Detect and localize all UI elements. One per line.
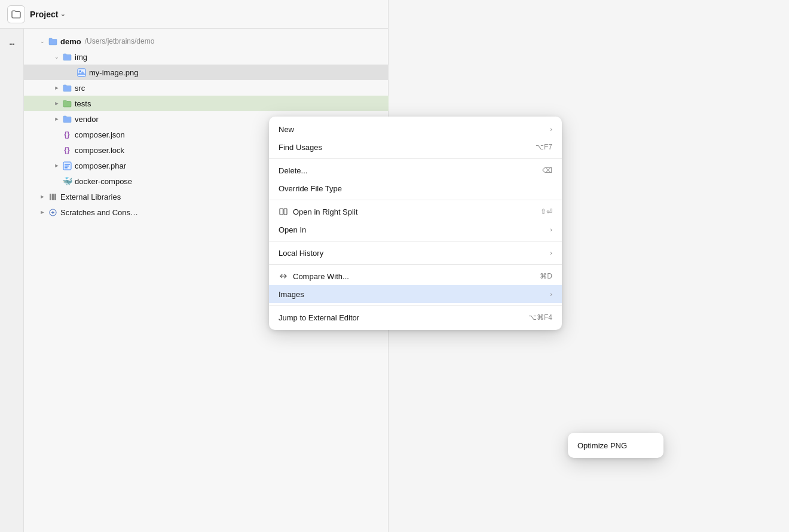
docker-icon: 🐳 bbox=[62, 176, 72, 186]
menu-label-new: New bbox=[279, 125, 294, 134]
menu-arrow-new: › bbox=[550, 126, 552, 133]
tree-label-vendor: vendor bbox=[75, 115, 99, 124]
split-icon bbox=[279, 207, 288, 216]
menu-label-override-type: Override File Type bbox=[279, 184, 342, 193]
menu-item-left-split: Open in Right Split bbox=[279, 207, 357, 216]
menu-item-images[interactable]: Images › bbox=[269, 285, 562, 303]
menu-label-find-usages: Find Usages bbox=[279, 143, 322, 152]
submenu-label-optimize-png: Optimize PNG bbox=[577, 441, 627, 450]
tree-item-tests[interactable]: ► tests bbox=[24, 96, 389, 111]
submenu-images: Optimize PNG bbox=[568, 433, 663, 458]
menu-arrow-images: › bbox=[550, 291, 552, 298]
svg-point-10 bbox=[52, 212, 54, 213]
folder-icon-button[interactable] bbox=[7, 5, 25, 23]
tree-label-tests: tests bbox=[75, 99, 91, 108]
tree-label-composer-phar: composer.phar bbox=[75, 161, 126, 170]
scratches-icon bbox=[48, 207, 57, 217]
menu-shortcut-delete: ⌫ bbox=[542, 166, 552, 175]
menu-shortcut-jump-external: ⌥⌘F4 bbox=[528, 313, 552, 322]
svg-rect-4 bbox=[65, 166, 69, 167]
menu-item-left-compare: Compare With... bbox=[279, 271, 349, 281]
svg-rect-11 bbox=[280, 209, 283, 215]
tree-label-img: img bbox=[75, 53, 87, 62]
menu-label-images: Images bbox=[279, 290, 304, 299]
project-title[interactable]: Project ⌄ bbox=[30, 10, 65, 19]
svg-rect-5 bbox=[65, 167, 68, 169]
menu-sep-5 bbox=[269, 305, 562, 306]
tree-arrow-img: ⌄ bbox=[53, 53, 61, 61]
tree-label-src: src bbox=[75, 84, 85, 93]
folder-icon-tests bbox=[62, 99, 72, 108]
tree-arrow-tests: ► bbox=[53, 99, 61, 108]
tree-path-demo: /Users/jetbrains/demo bbox=[85, 37, 155, 45]
svg-rect-3 bbox=[65, 164, 70, 165]
menu-label-jump-external: Jump to External Editor bbox=[279, 313, 359, 322]
tree-label-docker: docker-compose bbox=[75, 177, 132, 186]
folder-icon-vendor bbox=[62, 114, 72, 124]
submenu-item-optimize-png[interactable]: Optimize PNG bbox=[568, 436, 663, 454]
tree-item-my-image[interactable]: ► my-image.png bbox=[24, 65, 389, 80]
compare-icon bbox=[279, 271, 288, 281]
tree-arrow-ext: ► bbox=[38, 192, 47, 201]
menu-sep-2 bbox=[269, 200, 562, 200]
folder-icon-img bbox=[62, 52, 72, 62]
menu-label-local-history: Local History bbox=[279, 249, 323, 258]
menu-sep-1 bbox=[269, 158, 562, 159]
tree-label-my-image: my-image.png bbox=[89, 68, 138, 77]
tree-arrow-phar: ► bbox=[53, 161, 61, 170]
svg-rect-7 bbox=[52, 194, 54, 200]
menu-label-open-right-split: Open in Right Split bbox=[293, 207, 357, 216]
tree-arrow-src: ► bbox=[53, 84, 61, 92]
menu-label-compare-with: Compare With... bbox=[293, 272, 349, 281]
svg-point-1 bbox=[79, 70, 81, 72]
menu-arrow-local-history: › bbox=[550, 249, 552, 256]
menu-item-new[interactable]: New › bbox=[269, 120, 562, 138]
tree-label-demo: demo bbox=[60, 37, 81, 46]
more-options-icon[interactable]: ··· bbox=[4, 36, 20, 53]
panel-toolbar: Project ⌄ bbox=[0, 0, 388, 29]
tree-label-scratches: Scratches and Cons… bbox=[60, 208, 138, 217]
library-icon bbox=[48, 192, 57, 201]
menu-shortcut-compare-with: ⌘D bbox=[540, 272, 552, 280]
menu-item-compare-with[interactable]: Compare With... ⌘D bbox=[269, 267, 562, 285]
tree-item-img[interactable]: ⌄ img bbox=[24, 49, 389, 65]
svg-rect-6 bbox=[50, 194, 51, 200]
menu-item-find-usages[interactable]: Find Usages ⌥F7 bbox=[269, 138, 562, 156]
context-menu: New › Find Usages ⌥F7 Delete... ⌫ Overri… bbox=[269, 117, 562, 330]
menu-item-delete[interactable]: Delete... ⌫ bbox=[269, 161, 562, 179]
menu-arrow-open-in: › bbox=[550, 226, 552, 233]
tree-label-external-libs: External Libraries bbox=[60, 192, 121, 201]
tree-arrow-vendor: ► bbox=[53, 115, 61, 123]
tree-item-demo[interactable]: ⌄ demo /Users/jetbrains/demo bbox=[24, 33, 389, 49]
menu-shortcut-open-right-split: ⇧⏎ bbox=[540, 207, 552, 216]
tree-arrow-demo: ⌄ bbox=[38, 37, 47, 45]
menu-sep-4 bbox=[269, 264, 562, 265]
side-strip: ··· bbox=[0, 29, 24, 532]
menu-label-delete: Delete... bbox=[279, 166, 307, 175]
folder-icon-src bbox=[62, 83, 72, 93]
menu-sep-3 bbox=[269, 241, 562, 241]
svg-rect-12 bbox=[284, 209, 287, 215]
folder-icon-demo bbox=[48, 36, 57, 46]
svg-rect-8 bbox=[54, 194, 56, 200]
tree-label-composer-json: composer.json bbox=[75, 130, 125, 139]
tree-arrow-scratches: ► bbox=[38, 208, 47, 216]
json-icon-lock: {} bbox=[62, 145, 72, 155]
tree-item-src[interactable]: ► src bbox=[24, 80, 389, 96]
image-file-icon bbox=[77, 68, 86, 77]
json-icon-composer: {} bbox=[62, 130, 72, 139]
menu-item-open-right-split[interactable]: Open in Right Split ⇧⏎ bbox=[269, 203, 562, 221]
phar-icon bbox=[62, 161, 72, 170]
menu-shortcut-find-usages: ⌥F7 bbox=[536, 143, 552, 151]
menu-item-jump-external[interactable]: Jump to External Editor ⌥⌘F4 bbox=[269, 308, 562, 326]
menu-item-local-history[interactable]: Local History › bbox=[269, 244, 562, 262]
chevron-down-icon: ⌄ bbox=[60, 11, 65, 17]
menu-label-open-in: Open In bbox=[279, 225, 306, 234]
menu-item-open-in[interactable]: Open In › bbox=[269, 221, 562, 239]
menu-item-override-type[interactable]: Override File Type bbox=[269, 179, 562, 197]
tree-label-composer-lock: composer.lock bbox=[75, 146, 124, 155]
